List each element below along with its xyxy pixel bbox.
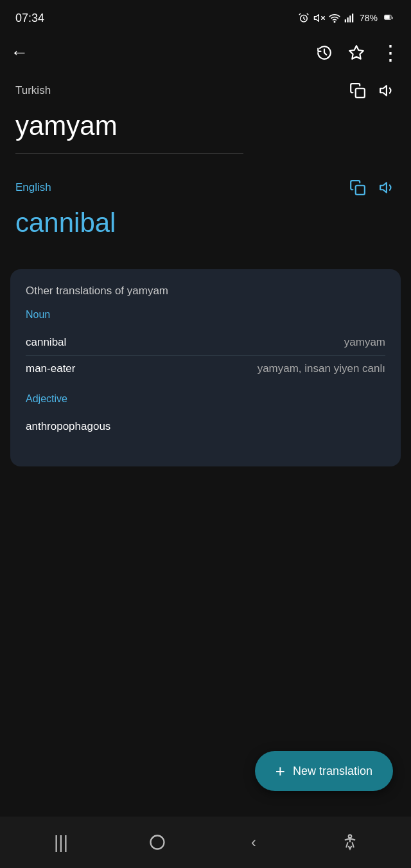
table-row: anthropophagous xyxy=(26,414,385,439)
source-lang-actions xyxy=(349,82,396,99)
bottom-nav: ||| ‹ xyxy=(0,817,411,868)
trans-turkish: yamyam xyxy=(202,336,385,349)
nav-left: ← xyxy=(10,42,28,63)
status-icons: 78% xyxy=(298,12,396,24)
nav-right: ⋮ xyxy=(316,42,401,63)
svg-point-17 xyxy=(349,835,352,838)
source-language-label: Turkish xyxy=(15,84,51,97)
back-nav-icon: ‹ xyxy=(251,833,256,851)
bottom-nav-back[interactable]: ‹ xyxy=(234,823,273,862)
other-translations-card: Other translations of yamyam Noun cannib… xyxy=(10,269,401,466)
fab-label: New translation xyxy=(293,765,372,778)
bottom-nav-home[interactable] xyxy=(138,823,177,862)
svg-rect-5 xyxy=(347,17,348,22)
noun-translations: cannibal yamyam man-eater yamyam, insan … xyxy=(26,330,385,382)
more-menu-icon[interactable]: ⋮ xyxy=(380,42,401,63)
nav-bar: ← ⋮ xyxy=(0,33,411,72)
source-speaker-icon[interactable] xyxy=(379,82,396,99)
source-word: yamyam xyxy=(15,104,396,153)
trans-turkish: yamyam, insan yiyen canlı xyxy=(202,362,385,375)
source-language-row: Turkish xyxy=(15,82,396,99)
svg-point-3 xyxy=(334,21,335,22)
status-time: 07:34 xyxy=(15,12,44,25)
source-copy-icon[interactable] xyxy=(349,82,366,99)
bottom-nav-recent-apps[interactable]: ||| xyxy=(42,823,80,862)
adjective-translations: anthropophagous xyxy=(26,414,385,439)
trans-english: cannibal xyxy=(26,336,202,349)
table-row: man-eater yamyam, insan yiyen canlı xyxy=(26,356,385,382)
mute-icon xyxy=(313,12,325,24)
svg-marker-11 xyxy=(349,46,363,59)
signal-icon xyxy=(344,12,356,24)
translation-speaker-icon[interactable] xyxy=(379,179,396,196)
new-translation-button[interactable]: + New translation xyxy=(255,751,393,791)
card-title: Other translations of yamyam xyxy=(26,285,385,297)
trans-english: anthropophagous xyxy=(26,420,202,433)
source-section: Turkish yamyam xyxy=(0,72,411,169)
accessibility-icon xyxy=(341,833,359,851)
history-icon[interactable] xyxy=(316,44,333,61)
svg-rect-14 xyxy=(356,186,365,195)
translation-word: cannibal xyxy=(15,201,396,245)
translation-language-label: English xyxy=(15,181,51,194)
svg-rect-4 xyxy=(345,19,346,22)
recent-apps-icon: ||| xyxy=(54,832,68,853)
translation-language-row: English xyxy=(15,179,396,196)
translation-section: English cannibal xyxy=(0,169,411,250)
section-divider xyxy=(15,153,243,154)
wifi-icon xyxy=(329,12,340,24)
status-bar: 07:34 78% xyxy=(0,0,411,33)
svg-rect-7 xyxy=(352,13,353,22)
table-row: cannibal yamyam xyxy=(26,330,385,355)
bottom-nav-accessibility[interactable] xyxy=(331,823,369,862)
battery-percent: 78% xyxy=(360,13,378,23)
svg-rect-6 xyxy=(349,15,351,22)
svg-marker-15 xyxy=(380,182,387,192)
translation-lang-actions xyxy=(349,179,396,196)
back-button[interactable]: ← xyxy=(10,42,28,63)
pos-label-noun: Noun xyxy=(26,309,385,321)
translation-copy-icon[interactable] xyxy=(349,179,366,196)
svg-rect-10 xyxy=(385,15,390,19)
star-icon[interactable] xyxy=(348,44,365,61)
svg-rect-16 xyxy=(151,836,164,849)
pos-label-adjective: Adjective xyxy=(26,393,385,405)
fab-plus-icon: + xyxy=(275,763,285,779)
svg-marker-13 xyxy=(380,85,387,95)
trans-english: man-eater xyxy=(26,362,202,375)
alarm-icon xyxy=(298,12,310,24)
home-icon xyxy=(148,833,166,851)
svg-rect-12 xyxy=(356,89,365,98)
battery-icon xyxy=(381,13,396,22)
